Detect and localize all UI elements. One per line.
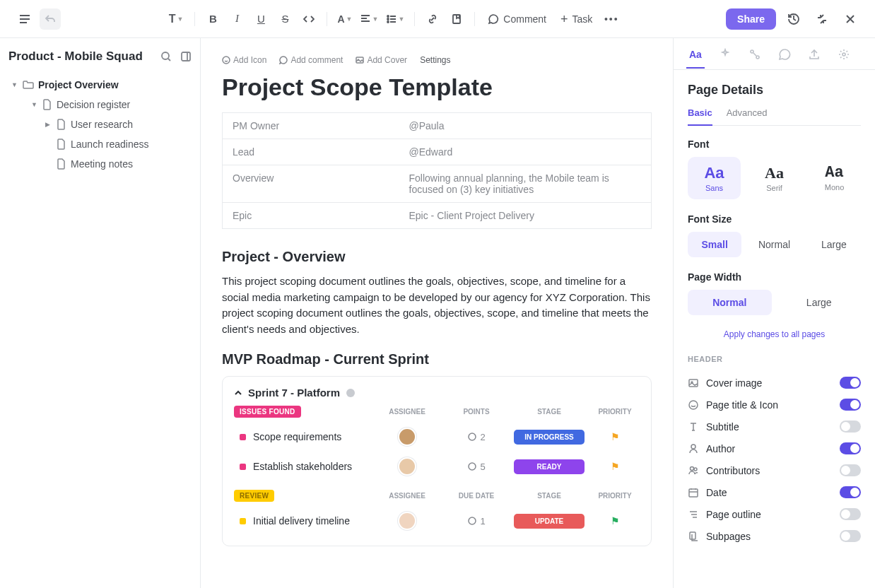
- overview-heading[interactable]: Project - Overview: [222, 249, 652, 265]
- status-dot: [240, 518, 246, 524]
- font-option-mono[interactable]: AaMono: [808, 157, 861, 199]
- page-width-large[interactable]: Large: [777, 290, 862, 315]
- priority-flag-icon[interactable]: ⚑: [590, 515, 640, 527]
- tab-relationships[interactable]: [748, 48, 761, 69]
- more-button[interactable]: •••: [601, 8, 622, 30]
- page-width-normal[interactable]: Normal: [688, 290, 772, 315]
- tree-item-user-research[interactable]: ▶ User research: [8, 114, 192, 134]
- link-button[interactable]: [422, 8, 443, 30]
- undo-button[interactable]: [40, 8, 61, 30]
- task-row[interactable]: Scope requirements 2 IN PROGRESS ⚑: [234, 422, 640, 452]
- outline-icon: [688, 509, 699, 520]
- group-badge[interactable]: ISSUES FOUND: [234, 406, 301, 418]
- sprint-header[interactable]: Sprint 7 - Platform: [234, 387, 640, 399]
- svg-point-1: [387, 18, 389, 20]
- property-row[interactable]: EpicEpic - Client Project Delivery: [223, 203, 652, 229]
- toggle-switch[interactable]: [840, 377, 861, 389]
- subtab-advanced[interactable]: Advanced: [727, 107, 768, 125]
- sprint-card: Sprint 7 - Platform ISSUES FOUND ASSIGNE…: [222, 376, 652, 546]
- tab-share[interactable]: [808, 48, 821, 69]
- chevron-up-icon: [234, 389, 242, 397]
- code-button[interactable]: [298, 8, 319, 30]
- bold-button[interactable]: B: [202, 8, 223, 30]
- svg-point-4: [162, 52, 169, 59]
- panel-toggle-icon[interactable]: [180, 51, 192, 62]
- chevron-down-icon: ▼: [177, 16, 184, 23]
- svg-point-12: [751, 50, 753, 53]
- avatar[interactable]: [398, 457, 416, 476]
- tree-item-meeting-notes[interactable]: Meeting notes: [8, 154, 192, 174]
- property-row[interactable]: Lead@Edward: [223, 139, 652, 165]
- roadmap-heading[interactable]: MVP Roadmap - Current Sprint: [222, 351, 652, 368]
- tree-item-launch-readiness[interactable]: Launch readiness: [8, 134, 192, 154]
- toggle-switch[interactable]: [840, 530, 861, 542]
- comment-button[interactable]: Comment: [482, 11, 552, 28]
- task-button[interactable]: + Task: [555, 10, 598, 28]
- page-title[interactable]: Project Scope Template: [222, 74, 652, 101]
- share-button[interactable]: Share: [726, 8, 776, 30]
- svg-point-8: [346, 389, 355, 397]
- toggle-page-title-icon: Page title & Icon: [688, 394, 861, 416]
- font-size-small[interactable]: Small: [688, 232, 741, 257]
- font-size-normal[interactable]: Normal: [747, 232, 801, 257]
- search-icon[interactable]: [160, 51, 172, 62]
- avatar[interactable]: [398, 512, 416, 530]
- tree-item-decision-register[interactable]: ▼ Decision register: [8, 95, 192, 114]
- task-row[interactable]: Initial delivery timeline 1 UPDATE ⚑: [234, 506, 640, 536]
- align-dropdown[interactable]: ▼: [358, 8, 381, 30]
- settings-action[interactable]: Settings: [420, 55, 450, 65]
- page-width-label: Page Width: [688, 271, 861, 283]
- strikethrough-button[interactable]: S: [274, 8, 295, 30]
- caret-right-icon: ▶: [45, 121, 52, 128]
- stage-pill[interactable]: IN PROGRESS: [514, 430, 585, 445]
- toggle-switch[interactable]: [840, 464, 861, 476]
- close-icon[interactable]: [840, 8, 861, 30]
- font-size-large[interactable]: Large: [807, 232, 861, 257]
- priority-flag-icon[interactable]: ⚑: [590, 461, 640, 472]
- property-row[interactable]: PM Owner@Paula: [223, 113, 652, 139]
- underline-button[interactable]: U: [250, 8, 271, 30]
- due-date-cell[interactable]: 1: [445, 516, 508, 527]
- smile-icon: [688, 399, 699, 411]
- toggle-switch[interactable]: [840, 421, 861, 433]
- font-option-sans[interactable]: AaSans: [688, 157, 741, 199]
- svg-point-20: [694, 468, 697, 471]
- apply-all-link[interactable]: Apply changes to all pages: [688, 329, 861, 339]
- add-icon-action[interactable]: Add Icon: [222, 55, 266, 65]
- history-icon[interactable]: [783, 8, 804, 30]
- property-row[interactable]: OverviewFollowing annual planning, the M…: [223, 165, 652, 203]
- toggle-switch[interactable]: [840, 442, 861, 454]
- panel-tabs: Aa: [674, 38, 875, 70]
- avatar[interactable]: [398, 428, 416, 446]
- toggle-switch[interactable]: [840, 399, 861, 411]
- tab-page-details[interactable]: Aa: [689, 49, 702, 69]
- chat-icon: [488, 13, 499, 25]
- bookmark-button[interactable]: [446, 8, 467, 30]
- tab-settings[interactable]: [838, 48, 850, 69]
- italic-button[interactable]: I: [226, 8, 247, 30]
- svg-point-13: [756, 56, 759, 59]
- font-option-serif[interactable]: AaSerif: [748, 157, 801, 199]
- toggle-switch[interactable]: [840, 486, 861, 498]
- add-cover-action[interactable]: Add Cover: [356, 55, 407, 65]
- stage-pill[interactable]: UPDATE: [514, 514, 585, 529]
- stage-pill[interactable]: READY: [514, 459, 585, 474]
- collapse-icon[interactable]: [811, 8, 833, 30]
- toggle-switch[interactable]: [840, 508, 861, 520]
- tab-comments[interactable]: [778, 48, 791, 69]
- points-cell[interactable]: 2: [445, 432, 508, 442]
- svg-point-17: [689, 401, 698, 409]
- points-cell[interactable]: 5: [445, 461, 508, 472]
- text-style-dropdown[interactable]: T ▼: [165, 8, 188, 30]
- priority-flag-icon[interactable]: ⚑: [590, 431, 640, 442]
- menu-icon[interactable]: [14, 8, 35, 30]
- overview-body[interactable]: This project scoping document outlines t…: [222, 274, 652, 337]
- tab-ai[interactable]: [719, 48, 732, 69]
- tree-item-project-overview[interactable]: ▼ Project Overview: [8, 75, 192, 95]
- add-comment-action[interactable]: Add comment: [279, 55, 343, 65]
- subtab-basic[interactable]: Basic: [688, 107, 712, 125]
- group-badge[interactable]: REVIEW: [234, 490, 274, 502]
- task-row[interactable]: Establish stakeholders 5 READY ⚑: [234, 452, 640, 481]
- text-color-dropdown[interactable]: A▼: [334, 8, 355, 30]
- list-dropdown[interactable]: ▼: [384, 8, 407, 30]
